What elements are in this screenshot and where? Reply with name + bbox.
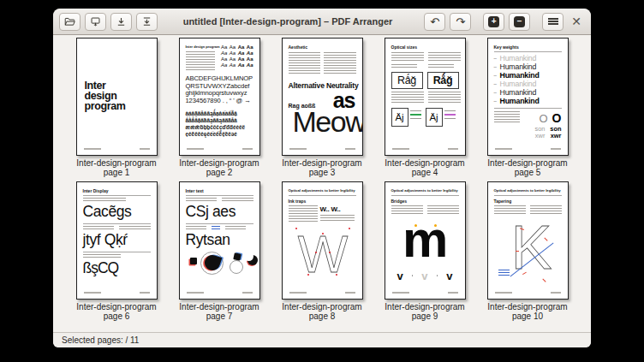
aj-annotated-right: Äj (426, 108, 456, 127)
accented-glyphs-block: àáâãäåāăąǻạảấầẩẫậ ắằẳẵặǎȁȃḁāăąâäãåà æǽǣḃ… (186, 110, 253, 139)
section-header: Inter Display (83, 188, 151, 193)
glyph-sample: ßşCQ (83, 259, 151, 276)
page-caption: Inter-design-programpage 3 (282, 158, 361, 177)
undo-icon: ↶ (430, 16, 439, 27)
page-1-thumbnail[interactable]: Inter design program (76, 38, 158, 156)
tapering-diagram: K (494, 217, 562, 288)
save-icon (90, 16, 101, 27)
page-caption: Inter-design-programpage 9 (385, 302, 464, 321)
greeked-caption (320, 215, 355, 223)
hamburger-menu-icon (548, 18, 558, 25)
zoom-in-button[interactable]: + (483, 13, 504, 31)
page-6-thumbnail[interactable]: Inter Display Cacẽgs jtyf Qḳŕ ßşCQ (76, 181, 158, 300)
meow-sample: Meow (293, 109, 356, 135)
greeked-columns (391, 52, 459, 68)
save-button[interactable] (85, 13, 106, 31)
grid-row-1: Inter design program Inter-design-progra… (65, 38, 579, 177)
window-title: untitled [Inter-design-program] – PDF Ar… (156, 16, 420, 27)
close-button[interactable]: ✕ (568, 15, 585, 28)
page-caption: Inter-design-programpage 8 (282, 302, 361, 321)
blue-annotation (498, 270, 510, 277)
section-header: Aesthetic (289, 45, 356, 50)
page-caption: Inter-design-programpage 5 (487, 158, 567, 177)
statusbar: Selected pages: / 11 (53, 332, 591, 347)
page-5-thumbnail[interactable]: Key weights –Humankind –Humankind –Human… (487, 38, 569, 156)
arrow-down-to-line-icon (116, 16, 127, 27)
redo-button[interactable]: ↷ (450, 13, 471, 31)
sub-header: Ink traps (289, 199, 356, 204)
section-header: Key weights (494, 45, 562, 50)
page-thumbnail-cell: Inter text CSj aes Rytsan (168, 181, 271, 321)
ink-trap-diagram: W (289, 224, 356, 288)
glyph-sample: jtyf Qḳŕ (83, 231, 151, 248)
page-thumbnail-cell: Key weights –Humankind –Humankind –Human… (476, 38, 579, 177)
open-button[interactable] (59, 13, 80, 31)
main-menu-button[interactable] (542, 13, 564, 31)
page-footer (187, 292, 253, 294)
minus-icon: − (514, 16, 525, 27)
outline-circle (230, 260, 243, 274)
section-header: Optical adjustments to better legibility (494, 188, 562, 193)
display-glyph-box: Rǻğ (391, 72, 423, 89)
page-thumbnail-cell: Optical adjustments to better legibility… (271, 181, 373, 321)
glyph-sample: CSj aes (186, 203, 253, 220)
section-header: Optical adjustments to better legibility (391, 188, 459, 193)
greeked-labels (186, 198, 253, 201)
page-8-thumbnail[interactable]: Optical adjustments to better legibility… (282, 181, 363, 300)
glyph-sample: Cacẽgs (83, 203, 151, 220)
weight-ladder: –Humankind –Humankind –Humankind –Humank… (494, 55, 562, 105)
metric-annotations (444, 108, 456, 127)
page-footer (392, 148, 458, 150)
page-2-thumbnail[interactable]: Inter design program AaAaAaAa AaAaAaAa A… (179, 38, 260, 156)
page-caption: Inter-design-programpage 10 (487, 302, 567, 321)
page-thumbnail-cell: Inter design program AaAaAaAa AaAaAaAa A… (168, 38, 271, 177)
page-footer (187, 148, 253, 150)
o-samples: O O sonxwr sonxwr (534, 111, 561, 139)
page-footer (495, 148, 561, 150)
toolbar-left (59, 13, 158, 31)
page-caption: Inter-design-programpage 6 (76, 302, 156, 321)
page-7-thumbnail[interactable]: Inter text CSj aes Rytsan (179, 181, 260, 300)
specimen-micro-header: Inter design program (186, 45, 217, 50)
grid-row-2: Inter Display Cacẽgs jtyf Qḳŕ ßşCQ I (65, 181, 579, 321)
undo-button[interactable]: ↶ (424, 13, 445, 31)
metric-annotations (410, 108, 421, 127)
crescent-shape (247, 255, 258, 265)
page-9-thumbnail[interactable]: Optical adjustments to better legibility… (385, 181, 466, 300)
page-footer (84, 148, 150, 150)
zoom-out-button[interactable]: − (509, 13, 530, 31)
page-thumbnail-cell: Inter Display Cacẽgs jtyf Qḳŕ ßşCQ I (65, 181, 168, 321)
w-samples: W.. W.. (320, 205, 356, 213)
page-footer (84, 292, 150, 294)
headerbar: untitled [Inter-design-program] – PDF Ar… (53, 9, 591, 35)
aj-annotated-left: Äj (391, 108, 421, 127)
greeked-columns (391, 92, 459, 103)
sub-header: Bridges (391, 199, 459, 204)
export-button[interactable] (136, 13, 158, 31)
page-caption: Inter-design-programpage 7 (179, 302, 259, 321)
page-thumbnail-cell: Optical sizes Rǻğ Rǻğ (373, 38, 476, 177)
import-button[interactable] (110, 13, 132, 31)
page-footer (289, 148, 355, 150)
sub-header: Tapering (494, 199, 562, 204)
section-header: Optical sizes (391, 45, 459, 50)
v-comparison-row: v v v (391, 270, 459, 282)
greeked-columns (289, 52, 356, 74)
greeked-labels (83, 226, 151, 229)
text-glyph-box: Rǻğ (427, 72, 459, 89)
bridge-diagram: m (391, 217, 459, 270)
pages-grid: Inter design program Inter-design-progra… (53, 35, 591, 332)
section-header: Optical adjustments to better legibility (289, 188, 356, 193)
toolbar-right: ↶ ↷ + − ✕ (424, 13, 585, 31)
glyph-detail-shapes (186, 250, 253, 278)
page-thumbnail-cell: Optical adjustments to better legibility… (373, 181, 476, 321)
greeked-paragraph (289, 205, 318, 223)
arrow-down-between-lines-icon (141, 16, 152, 27)
greeked-paragraph (186, 51, 215, 70)
specimen-title: Inter design program (85, 81, 126, 111)
page-3-thumbnail[interactable]: Aesthetic Alternative Neutrality Rag aoß… (282, 38, 363, 156)
page-10-thumbnail[interactable]: Optical adjustments to better legibility… (487, 181, 569, 300)
greeked-paragraph (494, 111, 520, 124)
page-caption: Inter-design-programpage 2 (179, 158, 259, 177)
page-4-thumbnail[interactable]: Optical sizes Rǻğ Rǻğ (385, 38, 466, 156)
